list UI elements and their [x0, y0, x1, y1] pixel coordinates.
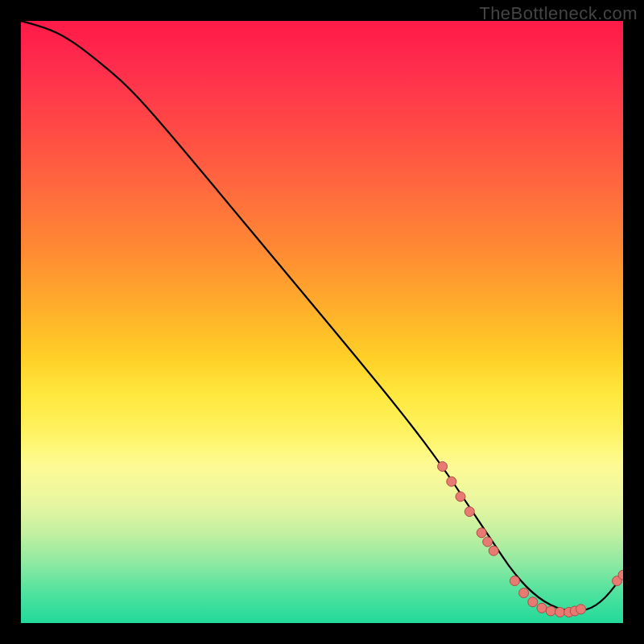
curve-marker: [555, 608, 565, 617]
curve-marker: [537, 603, 547, 613]
curve-marker: [546, 606, 555, 616]
curve-marker: [489, 546, 498, 555]
curve-marker: [464, 507, 474, 517]
curve-marker: [477, 528, 486, 538]
curve-marker: [519, 588, 529, 598]
curve-marker: [456, 492, 465, 502]
curve-marker: [510, 576, 519, 586]
curve-markers: [438, 462, 623, 617]
chart-frame: TheBottleneck.com: [0, 0, 644, 644]
curve-marker: [576, 605, 586, 614]
curve-layer: [21, 21, 623, 623]
curve-marker: [447, 477, 456, 486]
curve-marker: [483, 537, 493, 547]
bottleneck-curve: [21, 21, 623, 611]
curve-marker: [438, 462, 448, 472]
curve-marker: [528, 597, 538, 607]
watermark-text: TheBottleneck.com: [479, 3, 638, 24]
